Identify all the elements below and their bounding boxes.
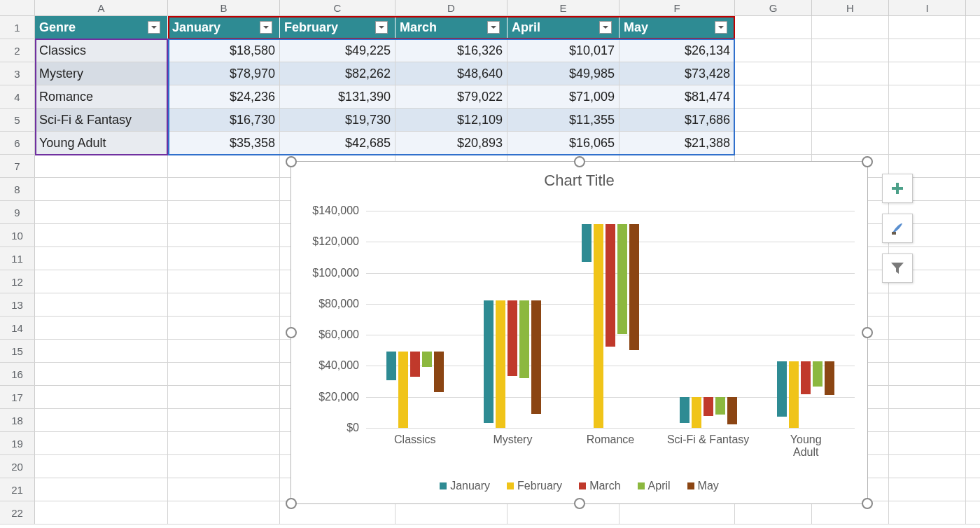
empty-cell[interactable] (735, 39, 812, 62)
row-header-6[interactable]: 6 (0, 132, 35, 154)
row-header-14[interactable]: 14 (0, 317, 35, 339)
table-cell-value[interactable]: $20,893 (396, 132, 507, 154)
table-cell-value[interactable]: $81,474 (620, 85, 735, 108)
empty-cell[interactable] (168, 247, 280, 270)
empty-cell[interactable] (168, 432, 280, 454)
empty-cell[interactable] (35, 363, 168, 385)
resize-handle-sw[interactable] (286, 498, 297, 509)
empty-cell[interactable] (620, 501, 735, 524)
bar[interactable] (398, 352, 408, 428)
row-header-7[interactable]: 7 (0, 155, 35, 177)
empty-cell[interactable] (35, 270, 168, 293)
row-header-16[interactable]: 16 (0, 363, 35, 385)
table-header-cell[interactable]: February (280, 16, 396, 39)
filter-dropdown-button[interactable] (599, 21, 612, 34)
empty-cell[interactable] (35, 478, 168, 501)
empty-cell[interactable] (889, 85, 966, 108)
row-header-22[interactable]: 22 (0, 501, 35, 524)
table-row-genre[interactable]: Young Adult (35, 132, 168, 154)
empty-cell[interactable] (168, 224, 280, 246)
row-header-15[interactable]: 15 (0, 340, 35, 362)
bar[interactable] (582, 224, 592, 262)
resize-handle-n[interactable] (574, 156, 585, 167)
empty-cell[interactable] (889, 16, 966, 39)
table-cell-value[interactable]: $82,262 (280, 62, 396, 85)
table-cell-value[interactable]: $131,390 (280, 85, 396, 108)
bar[interactable] (519, 300, 529, 378)
empty-cell[interactable] (889, 62, 966, 85)
table-cell-value[interactable]: $26,134 (620, 39, 735, 62)
empty-cell[interactable] (168, 409, 280, 431)
empty-cell[interactable] (735, 132, 812, 154)
row-header-8[interactable]: 8 (0, 178, 35, 200)
table-cell-value[interactable]: $18,580 (168, 39, 280, 62)
table-cell-value[interactable]: $79,022 (396, 85, 507, 108)
bar[interactable] (692, 397, 701, 428)
bar[interactable] (507, 300, 517, 376)
empty-cell[interactable] (812, 39, 889, 62)
empty-cell[interactable] (889, 340, 966, 362)
table-cell-value[interactable]: $42,685 (280, 132, 396, 154)
bar[interactable] (410, 352, 420, 377)
bar[interactable] (825, 361, 834, 394)
bar[interactable] (789, 361, 799, 428)
table-row-genre[interactable]: Romance (35, 85, 168, 108)
empty-cell[interactable] (168, 178, 280, 200)
table-cell-value[interactable]: $16,326 (396, 39, 507, 62)
bar[interactable] (777, 361, 787, 416)
empty-cell[interactable] (35, 293, 168, 316)
bar[interactable] (801, 361, 811, 394)
table-cell-value[interactable]: $71,009 (507, 85, 620, 108)
row-header-13[interactable]: 13 (0, 293, 35, 316)
empty-cell[interactable] (35, 455, 168, 478)
row-header-21[interactable]: 21 (0, 478, 35, 501)
empty-cell[interactable] (889, 432, 966, 454)
row-header-17[interactable]: 17 (0, 386, 35, 408)
legend-item[interactable]: March (579, 480, 620, 492)
empty-cell[interactable] (35, 386, 168, 408)
empty-cell[interactable] (168, 501, 280, 524)
column-header-C[interactable]: C (280, 0, 396, 15)
chart-legend[interactable]: JanuaryFebruaryMarchAprilMay (291, 480, 867, 492)
table-header-cell[interactable]: March (396, 16, 507, 39)
table-cell-value[interactable]: $16,730 (168, 109, 280, 131)
empty-cell[interactable] (396, 501, 507, 524)
resize-handle-se[interactable] (862, 498, 873, 509)
table-cell-value[interactable]: $19,730 (280, 109, 396, 131)
filter-dropdown-button[interactable] (375, 21, 388, 34)
table-cell-value[interactable]: $49,985 (507, 62, 620, 85)
column-header-E[interactable]: E (507, 0, 620, 15)
row-header-3[interactable]: 3 (0, 62, 35, 85)
legend-item[interactable]: January (440, 480, 490, 492)
bar[interactable] (727, 397, 737, 424)
bar[interactable] (704, 397, 713, 416)
table-cell-value[interactable]: $21,388 (620, 132, 735, 154)
empty-cell[interactable] (35, 201, 168, 223)
empty-cell[interactable] (889, 386, 966, 408)
empty-cell[interactable] (35, 432, 168, 454)
bar[interactable] (813, 361, 822, 387)
bar[interactable] (496, 300, 505, 428)
row-header-11[interactable]: 11 (0, 247, 35, 270)
empty-cell[interactable] (735, 85, 812, 108)
empty-cell[interactable] (735, 501, 812, 524)
embedded-chart[interactable]: Chart Title $0$20,000$40,000$60,000$80,0… (290, 161, 868, 504)
row-header-19[interactable]: 19 (0, 432, 35, 454)
resize-handle-s[interactable] (574, 498, 585, 509)
column-header-G[interactable]: G (735, 0, 812, 15)
legend-item[interactable]: April (638, 480, 671, 492)
bar[interactable] (434, 352, 444, 392)
row-header-20[interactable]: 20 (0, 455, 35, 478)
chart-styles-button[interactable] (882, 214, 913, 243)
empty-cell[interactable] (168, 155, 280, 177)
empty-cell[interactable] (35, 409, 168, 431)
resize-handle-e[interactable] (862, 327, 873, 338)
empty-cell[interactable] (812, 85, 889, 108)
empty-cell[interactable] (889, 455, 966, 478)
table-header-cell[interactable]: April (507, 16, 620, 39)
table-row-genre[interactable]: Sci-Fi & Fantasy (35, 109, 168, 131)
resize-handle-ne[interactable] (862, 156, 873, 167)
empty-cell[interactable] (735, 109, 812, 131)
empty-cell[interactable] (35, 247, 168, 270)
bar[interactable] (606, 224, 615, 347)
